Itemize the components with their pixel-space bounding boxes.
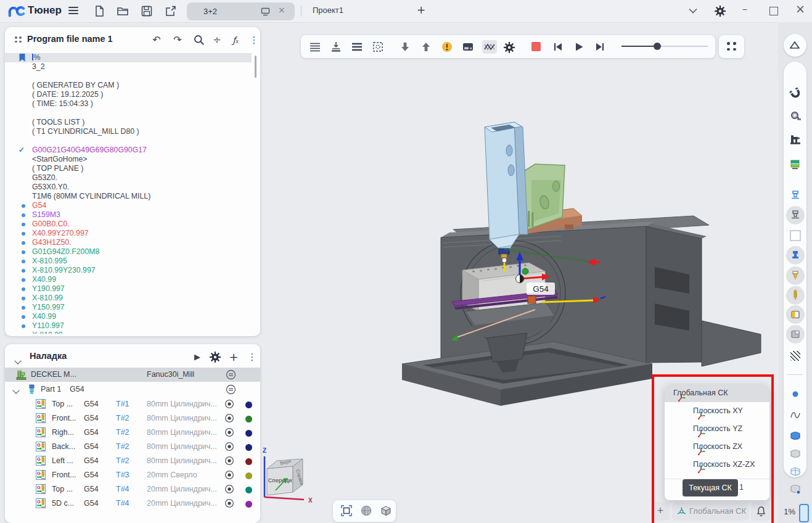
breakpoint-dot-icon[interactable] — [22, 278, 25, 282]
gcode-line[interactable] — [5, 109, 254, 118]
spindle-gray-icon[interactable] — [786, 206, 805, 224]
gcode-line[interactable]: % — [5, 53, 252, 62]
spindle-outline-icon[interactable] — [786, 186, 805, 205]
function-icon[interactable]: ƒx — [229, 34, 242, 46]
operation-row[interactable]: GLeft ...G54T#280mm Цилиндрич... — [5, 454, 260, 468]
gcode-line[interactable]: G53X0.Y0. — [5, 183, 254, 192]
program-scrollbar[interactable] — [255, 56, 256, 78]
setup-play-icon[interactable]: ▶ — [191, 351, 203, 363]
gcode-line[interactable]: ( DATE: 19.12.2025 ) — [5, 90, 254, 99]
current-cs-selector[interactable]: Глобальная СК — [672, 503, 749, 521]
machine-sim-icon[interactable] — [786, 130, 805, 149]
speed-slider[interactable] — [621, 46, 708, 47]
display-panel-icon[interactable] — [462, 41, 474, 52]
toolbar-expand-button[interactable] — [719, 35, 744, 58]
breakpoint-dot-icon[interactable] — [22, 260, 25, 263]
operation-visibility-radio[interactable] — [224, 399, 234, 411]
maximize-button[interactable] — [769, 7, 778, 15]
gcode-line[interactable]: Y110.997 — [5, 321, 254, 331]
fit-view-icon[interactable] — [340, 504, 353, 517]
gcode-editor[interactable]: %3_2( GENERATED BY CAM )( DATE: 19.12.20… — [5, 53, 254, 334]
panel-drag-handle[interactable] — [15, 36, 22, 43]
stock-icon[interactable] — [786, 154, 805, 173]
viewport-gear-icon[interactable] — [503, 41, 515, 54]
breakpoint-dot-icon[interactable] — [22, 250, 25, 254]
breakpoint-dot-icon[interactable] — [22, 297, 25, 300]
gcode-line[interactable]: X40.99Y270.997 — [5, 229, 254, 238]
part-half-icon[interactable] — [786, 305, 805, 324]
point-icon[interactable] — [786, 385, 805, 403]
probe-icon[interactable] — [786, 107, 805, 126]
gcode-line[interactable]: X-810.99Y230.997 — [5, 266, 254, 275]
breakpoint-dot-icon[interactable] — [22, 315, 25, 319]
breakpoint-dot-icon[interactable] — [22, 232, 25, 236]
stock-square-icon[interactable] — [786, 226, 805, 245]
main-menu-button[interactable] — [68, 5, 81, 17]
gcode-line[interactable]: X-810.99 — [5, 331, 254, 334]
skip-end-icon[interactable] — [594, 41, 605, 52]
operation-row[interactable]: GTop ...G54T#420mm Цилиндрич... — [5, 482, 260, 496]
setup-collapse-chevron-icon[interactable] — [14, 357, 21, 364]
machine-menu-icon[interactable] — [226, 369, 236, 382]
operation-visibility-radio[interactable] — [224, 442, 234, 453]
operation-row[interactable]: GBack...G54T#280mm Цилиндрич... — [5, 440, 260, 454]
lines-all-icon[interactable] — [310, 41, 321, 52]
operation-row[interactable]: GTop ...G54T#180mm Цилиндрич... — [5, 397, 260, 411]
divide-icon[interactable]: ÷ — [211, 34, 223, 46]
search-icon[interactable] — [193, 34, 205, 46]
close-button[interactable]: × — [795, 2, 805, 15]
gcode-line[interactable]: X-810.995 — [5, 257, 254, 266]
gcode-line[interactable] — [5, 136, 254, 146]
gcode-line[interactable]: ✓G00G21G40G49G69G80G90G17 — [5, 146, 254, 155]
breakpoint-dot-icon[interactable] — [22, 223, 25, 226]
gcode-line[interactable]: G53Z0. — [5, 173, 254, 183]
setup-gear-icon[interactable] — [209, 351, 221, 363]
minimize-button[interactable]: – — [742, 3, 747, 15]
gcode-line[interactable]: G54 — [5, 201, 254, 210]
operation-row[interactable]: GRigh...G54T#280mm Цилиндрич... — [5, 426, 260, 440]
part-gray-icon[interactable] — [786, 325, 805, 344]
frame-select-icon[interactable] — [372, 41, 383, 52]
sidebar-collapse-button[interactable] — [784, 34, 806, 57]
breakpoint-dot-icon[interactable] — [22, 324, 25, 328]
part-menu-icon[interactable] — [226, 384, 236, 397]
step-up-icon[interactable] — [420, 41, 432, 52]
gcode-line[interactable]: S159M3 — [5, 210, 254, 220]
setup-add-icon[interactable]: + — [228, 351, 240, 363]
operation-visibility-radio[interactable] — [224, 413, 234, 425]
gcode-line[interactable]: ( TOOLS LIST ) — [5, 118, 254, 127]
gcode-line[interactable] — [5, 72, 254, 81]
gcode-line[interactable]: X40.99 — [5, 312, 254, 321]
gcode-line[interactable]: ( T1 CYLINDRICAL_MILL D80 ) — [5, 127, 254, 136]
skip-start-icon[interactable] — [552, 41, 564, 52]
spindle-blue-icon[interactable] — [786, 246, 805, 265]
bookmark-icon[interactable] — [18, 53, 28, 62]
gcode-line[interactable]: Y190.997 — [5, 284, 254, 294]
operation-row[interactable]: G5D c...G54T#420mm Цилиндрич... — [5, 496, 260, 511]
operation-visibility-radio[interactable] — [224, 498, 234, 510]
gcode-line[interactable]: X-810.99 — [5, 294, 254, 303]
goto-line-icon[interactable] — [330, 41, 342, 52]
warning-icon[interactable] — [441, 41, 453, 52]
breakpoint-dot-icon[interactable] — [22, 269, 25, 273]
tab-close-icon[interactable]: × — [278, 5, 285, 15]
setup-kebab-menu-icon[interactable]: ⋮ — [246, 351, 258, 363]
new-file-icon[interactable] — [93, 5, 105, 17]
project-tab[interactable]: Проект1 — [313, 6, 343, 15]
chevron-down-icon[interactable] — [689, 8, 697, 14]
iso-view-icon[interactable] — [380, 504, 392, 517]
surface-blue-icon[interactable] — [786, 426, 805, 445]
drill-icon[interactable] — [786, 286, 805, 305]
play-button-icon[interactable] — [573, 41, 584, 52]
add-tab-button[interactable]: + — [417, 4, 425, 16]
gcode-line[interactable]: ( TIME: 15:04:33 ) — [5, 99, 254, 109]
operation-visibility-radio[interactable] — [224, 484, 234, 496]
hatch-icon[interactable] — [786, 347, 805, 365]
cs-menu-item[interactable]: Плоскость ZX — [665, 438, 769, 456]
gcode-line[interactable]: ( TOP PLANE ) — [5, 164, 254, 173]
cs-menu-item[interactable]: Плоскость XY — [665, 402, 769, 420]
magnet-icon[interactable] — [786, 84, 805, 102]
breakpoint-dot-icon[interactable] — [22, 213, 25, 217]
machine-row[interactable]: DECKEL M... Fanuc30i_Mill — [5, 368, 260, 382]
breakpoint-dot-icon[interactable] — [22, 306, 25, 310]
